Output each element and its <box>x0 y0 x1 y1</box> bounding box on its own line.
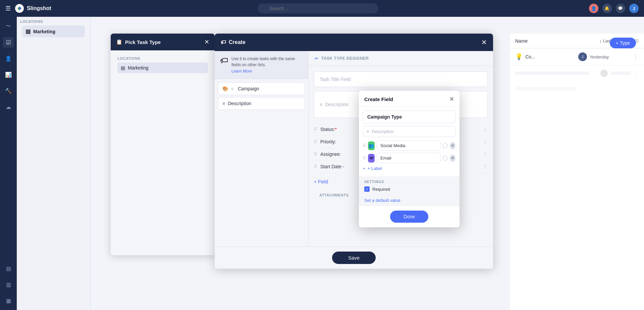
add-label-button[interactable]: + + Label <box>363 166 455 171</box>
cf-required-checkbox[interactable]: ✓ <box>364 186 370 192</box>
email-option-input[interactable] <box>377 153 440 163</box>
notification-icon[interactable]: 🔔 <box>602 4 612 13</box>
field-item-campaign[interactable]: 🎨 ∨ Campaign <box>218 82 305 95</box>
email-radio[interactable] <box>442 156 448 161</box>
description-design-placeholder: Description <box>325 102 348 107</box>
sidebar-item-people[interactable]: 👤 <box>3 53 14 64</box>
cf-close-button[interactable]: ✕ <box>449 95 454 103</box>
required-asterisk: * <box>335 127 337 132</box>
cf-header: Create Field ✕ <box>359 91 460 106</box>
create-info-bar: 🏷 Use it to create tasks with the same f… <box>215 51 308 79</box>
description-field-label: Description <box>228 101 251 106</box>
sort-down-icon: ↓ <box>599 38 602 43</box>
assignee-row-more-icon[interactable]: ⋮ <box>483 151 488 157</box>
campaign-field-label: Campaign <box>238 86 259 91</box>
pencil-icon: ✏ <box>315 56 319 61</box>
sidebar-item-pulse[interactable]: 〜 <box>3 21 14 32</box>
sidebar-item-tools[interactable]: 🔨 <box>3 85 14 96</box>
cf-footer: Done <box>359 206 460 227</box>
topbar-right: 👤 🔔 💬 J <box>589 4 639 13</box>
save-button[interactable]: Save <box>332 252 376 264</box>
field-item-description[interactable]: ≡ Description <box>218 97 305 110</box>
clipboard-icon: 📋 <box>116 39 122 45</box>
sidebar-item-layers1[interactable]: ▤ <box>3 263 14 274</box>
content-area: Name ↓ Last Modified ⊞ 💡 Co... J Yesterd… <box>91 17 644 310</box>
create-close-button[interactable]: ✕ <box>481 38 487 46</box>
cf-done-button[interactable]: Done <box>390 211 428 223</box>
locations-marketing-item[interactable]: ▤ Marketing <box>117 62 208 73</box>
pick-task-header: 📋 Pick Task Type ✕ <box>111 34 215 50</box>
add-label-text: + Label <box>368 166 382 171</box>
sidebar-item-layers3[interactable]: ▦ <box>3 295 14 306</box>
pick-task-body: LOCATIONS ▤ Marketing <box>111 50 215 255</box>
startdate-row-more-icon[interactable]: ⋮ <box>483 164 488 169</box>
cf-settings-section: SETTINGS ✓ Required <box>359 176 460 195</box>
cf-option-row: ⠿ 👥 ✕ <box>363 140 455 151</box>
hamburger-icon[interactable]: ☰ <box>5 5 11 12</box>
type-button[interactable]: + Type <box>610 38 636 48</box>
marketing-label: Marketing <box>33 29 55 34</box>
topbar: ☰ Slingshot 🔍 👤 🔔 💬 J <box>0 0 644 17</box>
create-header: 🏷 Create ✕ <box>215 34 493 51</box>
cf-field-name-input[interactable] <box>363 110 455 123</box>
row-time: Yesterday <box>590 54 633 59</box>
pick-task-title: 📋 Pick Task Type <box>116 39 161 45</box>
email-remove-button[interactable]: ✕ <box>450 154 455 162</box>
campaign-emoji-icon: 🎨 <box>222 86 228 91</box>
row-name: Co... <box>525 54 535 59</box>
table-row <box>510 81 644 96</box>
create-footer: Save <box>215 247 493 269</box>
row-avatar: J <box>578 52 587 61</box>
row-emoji: 💡 <box>515 53 523 60</box>
main-area: 〜 ☑ 👤 📊 🔨 ☁ ▤ ▥ ▦ LOCATIONS ▤ Marketing … <box>0 17 644 310</box>
email-option-icon: ✉ <box>368 154 375 163</box>
chat-icon[interactable]: 💬 <box>616 4 625 13</box>
search-input[interactable] <box>258 3 378 13</box>
marketing-icon: ▤ <box>25 28 31 35</box>
status-row-more-icon[interactable]: ⋮ <box>483 127 488 132</box>
second-sidebar: LOCATIONS ▤ Marketing <box>17 17 91 310</box>
priority-row-more-icon[interactable]: ⋮ <box>483 139 488 144</box>
option-drag-handle: ⠿ <box>363 156 366 161</box>
cf-required-row[interactable]: ✓ Required <box>364 186 454 192</box>
social-media-option-icon: 👥 <box>368 141 375 150</box>
row-more-button[interactable]: ⋮ <box>633 53 639 60</box>
slingshot-logo-icon <box>15 4 24 13</box>
info-text: Use it to create tasks with the same fie… <box>231 56 303 68</box>
designer-header: ✏ TASK TYPE DESIGNER <box>309 51 493 66</box>
drag-handle-icon: ⠿ <box>314 164 317 169</box>
task-title-field[interactable]: Task Title Field <box>314 72 488 87</box>
attachments-label: ATTACHMENTS <box>319 193 349 197</box>
info-lightbulb-icon: 🏷 <box>220 56 228 65</box>
create-title: 🏷 Create <box>221 39 246 45</box>
table-name-col: Name <box>515 38 597 44</box>
social-media-radio[interactable] <box>442 143 448 148</box>
task-title-placeholder: Task Title Field <box>320 77 351 82</box>
locations-section-label: LOCATIONS <box>117 56 208 60</box>
create-left-panel: 🏷 Use it to create tasks with the same f… <box>215 51 309 247</box>
cf-default-value-link[interactable]: Set a default value <box>359 195 460 206</box>
cf-desc-icon: ≡ <box>367 129 369 134</box>
sidebar-item-tasks[interactable]: ☑ <box>3 37 14 48</box>
drag-handle-icon: ⠿ <box>314 127 317 132</box>
learn-more-link[interactable]: Learn More <box>231 69 252 74</box>
drag-handle-icon: ⠿ <box>314 152 317 157</box>
cf-settings-title: SETTINGS <box>364 180 454 184</box>
sidebar-item-layers2[interactable]: ▥ <box>3 279 14 290</box>
sidebar-item-cloud[interactable]: ☁ <box>3 101 14 112</box>
app-name: Slingshot <box>27 5 51 11</box>
social-media-option-input[interactable] <box>377 140 440 151</box>
create-field-dialog: Create Field ✕ ≡ Description ⠿ 👥 ✕ <box>359 91 460 227</box>
pick-task-close-button[interactable]: ✕ <box>204 38 209 46</box>
sidebar-item-marketing[interactable]: ▤ Marketing <box>22 26 85 37</box>
table-row: 💡 Co... J Yesterday ⋮ <box>510 48 644 65</box>
cf-description-field[interactable]: ≡ Description <box>363 126 455 137</box>
user-avatar-small[interactable]: 👤 <box>589 4 598 13</box>
social-media-remove-button[interactable]: ✕ <box>450 142 455 149</box>
cf-desc-placeholder: Description <box>372 129 394 134</box>
user-avatar[interactable]: J <box>629 4 639 13</box>
locations-section: LOCATIONS ▤ Marketing <box>114 54 211 76</box>
designer-title: TASK TYPE DESIGNER <box>321 56 369 61</box>
option-drag-handle: ⠿ <box>363 143 366 148</box>
sidebar-item-analytics[interactable]: 📊 <box>3 69 14 80</box>
